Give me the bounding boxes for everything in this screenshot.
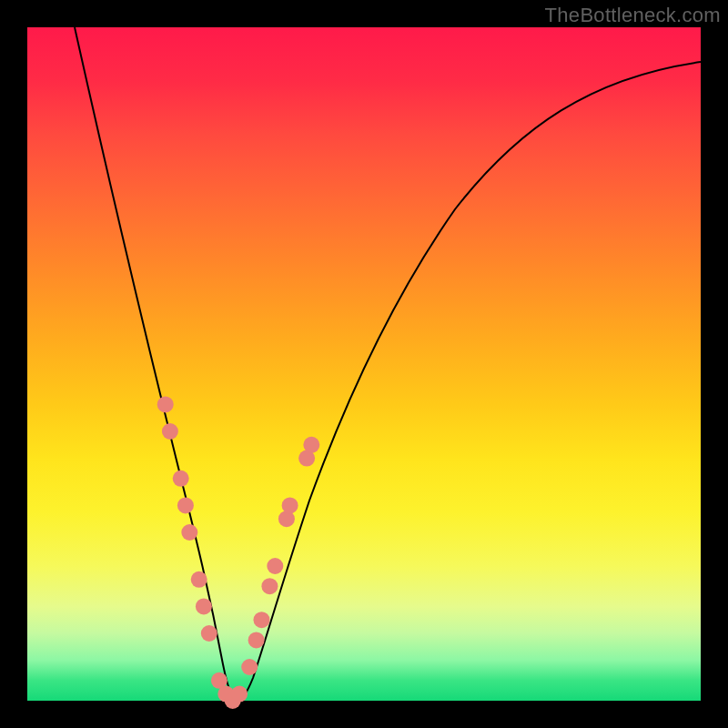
attribution-text: TheBottleneck.com [545,4,721,27]
chart-svg [27,27,701,701]
data-marker [162,423,178,440]
data-marker [267,558,283,574]
data-marker [201,625,217,642]
data-marker [231,686,248,703]
data-marker [177,497,194,513]
bottleneck-curve [75,27,701,700]
data-marker [282,497,298,513]
data-marker [248,632,265,648]
data-marker [261,578,278,594]
data-marker [191,571,207,588]
data-marker [173,470,189,487]
data-marker [303,437,319,453]
data-marker [196,598,212,614]
data-marker [181,524,197,541]
data-marker [157,396,174,412]
data-marker [241,659,258,675]
data-marker [254,612,270,628]
marker-group [157,396,320,709]
chart-stage: TheBottleneck.com [0,0,728,728]
